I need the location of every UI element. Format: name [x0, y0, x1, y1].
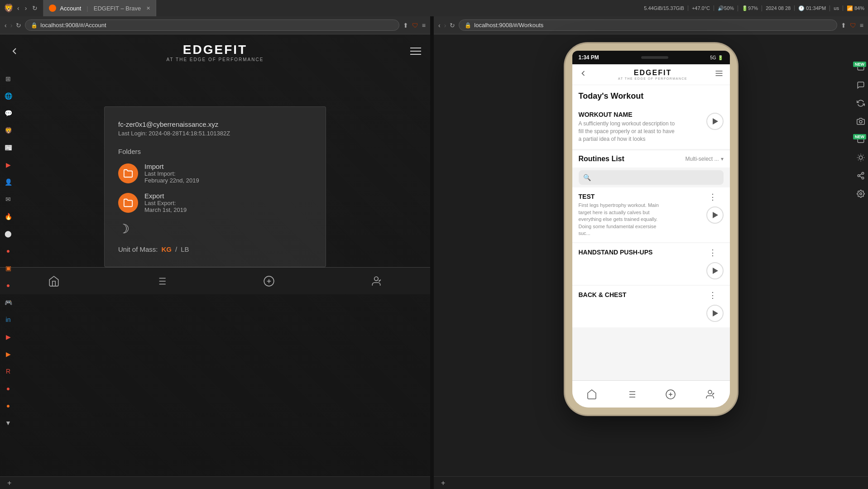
phone-body[interactable]: Today's Workout WORKOUT NAME A sufficien… [572, 85, 730, 380]
moon-icon[interactable]: ☽ [118, 221, 129, 236]
nav-home-btn[interactable] [48, 275, 60, 287]
svg-point-26 [858, 175, 860, 177]
left-nav-forward[interactable]: › [10, 22, 13, 29]
routine-test-desc: First legs hypertrophy workout. Main tar… [579, 202, 669, 237]
right-nav-back[interactable]: ‹ [438, 22, 441, 29]
right-reload[interactable]: ↻ [450, 22, 455, 29]
kg-unit-btn[interactable]: KG [162, 245, 172, 253]
multi-select-dropdown[interactable]: Multi-select ... ▾ [685, 156, 723, 162]
svg-point-12 [374, 277, 379, 281]
sidebar-settings-icon[interactable] [855, 188, 866, 199]
right-url-bar[interactable]: 🔒 localhost:9008/#/Workouts [459, 19, 837, 31]
sidebar-icon-orange2[interactable]: ▶ [2, 348, 14, 360]
sidebar-icon-mail[interactable]: ✉ [2, 193, 14, 206]
sidebar-icon-globe[interactable]: 🌐 [2, 90, 14, 102]
sidebar-icon-user[interactable]: 👤 [2, 176, 14, 188]
left-more-btn[interactable]: ≡ [422, 22, 426, 29]
sidebar-icon-github[interactable]: ⬤ [2, 227, 14, 240]
unit-slash: / [175, 245, 177, 253]
phone-nav-profile[interactable] [701, 385, 719, 403]
routine-item-handstand-left: HANDSTAND PUSH-UPS [579, 249, 702, 258]
right-more-btn[interactable]: ≡ [860, 22, 863, 29]
nav-profile-btn[interactable] [370, 275, 382, 287]
left-nav-back[interactable]: ‹ [5, 22, 7, 29]
right-add-tab-btn[interactable]: + [437, 479, 449, 487]
routine-item-back-chest: BACK & CHEST ⋮ [572, 286, 730, 327]
sidebar-icon-colored2[interactable]: 🎮 [2, 296, 14, 309]
phone-nav-home[interactable] [583, 385, 601, 403]
battery-status: 🔋97% [738, 5, 762, 11]
time-status: 🕐 01:34PM [795, 5, 830, 11]
sidebar-icon-red1[interactable]: ● [2, 244, 14, 257]
sidebar-icon-orange1[interactable]: ▣ [2, 262, 14, 274]
tab-label-account: Account [60, 5, 81, 12]
sidebar-share-icon[interactable] [855, 170, 866, 181]
sidebar-icon-linkedin[interactable]: in [2, 313, 14, 326]
new-badge-1: NEW [853, 62, 866, 67]
tab-close-btn[interactable]: ✕ [146, 5, 150, 11]
import-folder-icon [118, 163, 138, 183]
right-brave-shield[interactable]: 🛡 [850, 22, 856, 29]
routines-search-bar[interactable]: 🔍 [579, 170, 724, 185]
sidebar-icon-layout[interactable]: ⊞ [2, 72, 14, 85]
tab-account[interactable]: Account | EDGEFIT – Brave ✕ [43, 0, 156, 16]
workout-play-btn[interactable] [706, 113, 724, 130]
sidebar-icon-brave[interactable]: 🦁 [2, 124, 14, 137]
svg-point-16 [859, 156, 863, 159]
sidebar-icon-arrow-down[interactable]: ▼ [2, 417, 14, 429]
right-share-btn[interactable]: ⬆ [841, 22, 846, 29]
account-email: fc-zer0x1@cyberrenaissance.xyz [118, 120, 312, 128]
brave-shield-icon[interactable]: 🛡 [412, 22, 418, 29]
routine-test-more-btn[interactable]: ⋮ [709, 193, 717, 201]
routine-back-chest-more-btn[interactable]: ⋮ [709, 291, 717, 299]
sidebar-sun-icon[interactable] [855, 152, 866, 163]
phone-nav-add[interactable] [662, 385, 680, 403]
add-tab-btn[interactable]: + [4, 479, 15, 487]
search-icon: 🔍 [583, 174, 591, 181]
sidebar-icon-red4[interactable]: ● [2, 382, 14, 395]
left-bottom-panel: + [0, 476, 430, 489]
left-reload-btn[interactable]: ↻ [30, 4, 39, 13]
svg-point-43 [708, 390, 712, 394]
routine-item-handstand: HANDSTAND PUSH-UPS ⋮ [572, 243, 730, 285]
left-address-bar: ‹ › ↻ 🔒 localhost:9008/#/Account ⬆ 🛡 ≡ [0, 16, 430, 34]
routine-handstand-play-btn[interactable] [706, 262, 724, 279]
nav-list-btn[interactable] [155, 275, 167, 287]
right-sidebar-new2: NEW [855, 134, 866, 145]
left-app-back-btn[interactable] [9, 46, 20, 59]
left-forward-btn[interactable]: › [23, 4, 29, 13]
routine-test-play-btn[interactable] [706, 206, 724, 224]
sidebar-icon-news[interactable]: 📰 [2, 141, 14, 154]
sidebar-icon-report[interactable]: R [2, 365, 14, 378]
sidebar-icon-red2[interactable]: ● [2, 279, 14, 292]
sidebar-icon-youtube[interactable]: ▶ [2, 158, 14, 171]
sidebar-icon-fire[interactable]: 🔥 [2, 210, 14, 223]
account-card: fc-zer0x1@cyberrenaissance.xyz Last Logi… [104, 106, 326, 267]
workout-description: A sufficiently long workout description … [579, 120, 678, 143]
left-back-btn[interactable]: ‹ [15, 4, 21, 13]
phone-menu-btn[interactable] [715, 69, 724, 80]
routine-back-chest-play-btn[interactable] [706, 305, 724, 322]
left-share-btn[interactable]: ⬆ [403, 22, 408, 29]
sidebar-chat-icon[interactable] [855, 80, 866, 91]
right-nav-forward[interactable]: › [444, 22, 446, 29]
import-date-label: Last Import: [144, 170, 199, 177]
left-brand-name: EDGEFIT [167, 43, 264, 57]
sidebar-icon-red3[interactable]: ▶ [2, 331, 14, 343]
sidebar-camera-icon[interactable] [855, 116, 866, 127]
right-url-text: localhost:9008/#/Workouts [474, 22, 543, 29]
sidebar-sync-icon[interactable] [855, 98, 866, 109]
sidebar-icon-orange3[interactable]: ● [2, 399, 14, 412]
hamburger-menu-btn[interactable] [410, 47, 421, 58]
lb-unit-btn[interactable]: LB [181, 245, 189, 253]
wifi-status: 📶 84% [843, 5, 868, 11]
phone-nav-list[interactable] [622, 385, 640, 403]
phone-screen: EDGEFIT AT THE EDGE OF PERFORMANCE Today… [572, 64, 730, 408]
nav-add-btn[interactable] [263, 275, 275, 287]
routine-handstand-more-btn[interactable]: ⋮ [709, 249, 717, 257]
sidebar-icon-chat[interactable]: 💬 [2, 107, 14, 120]
phone-back-btn[interactable] [579, 69, 588, 80]
left-reload[interactable]: ↻ [16, 22, 21, 29]
left-url-bar[interactable]: 🔒 localhost:9008/#/Account [25, 19, 399, 31]
memory-status: 5.44GiB/15.37GiB [640, 5, 688, 11]
